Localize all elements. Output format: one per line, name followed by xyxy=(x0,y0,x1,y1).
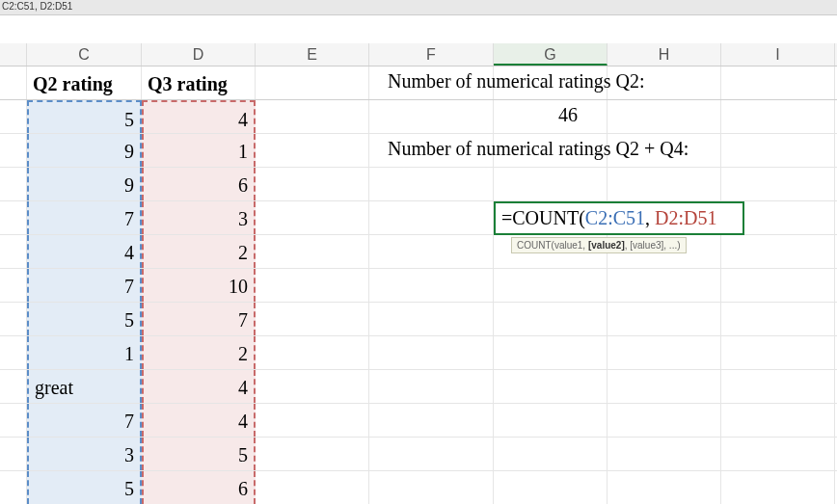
cell-d[interactable]: 6 xyxy=(142,471,256,504)
cell[interactable] xyxy=(369,269,494,302)
cell[interactable] xyxy=(256,269,369,302)
cell[interactable] xyxy=(608,168,721,200)
cell[interactable] xyxy=(494,168,608,200)
cell[interactable] xyxy=(494,471,608,504)
cell-d[interactable]: 5 xyxy=(142,438,256,470)
active-formula-cell[interactable]: =COUNT(C2:C51, D2:D51 xyxy=(494,201,744,235)
col-header-h[interactable]: H xyxy=(608,43,721,66)
cell[interactable] xyxy=(0,303,27,335)
cell[interactable] xyxy=(721,303,835,335)
cell[interactable] xyxy=(494,370,608,403)
col-header-c[interactable]: C xyxy=(27,43,142,66)
cell[interactable] xyxy=(256,168,369,200)
cell-c[interactable]: 5 xyxy=(27,100,142,133)
cell-d[interactable]: 2 xyxy=(142,336,256,369)
cell[interactable] xyxy=(256,100,369,133)
cell[interactable] xyxy=(721,269,835,302)
cell[interactable] xyxy=(721,235,835,268)
label-q2-count[interactable]: Number of numerical ratings Q2: xyxy=(388,70,645,93)
cell[interactable] xyxy=(0,66,27,99)
col-header-f[interactable]: F xyxy=(369,43,494,66)
cell-d1[interactable]: Q3 rating xyxy=(142,66,256,99)
cell[interactable] xyxy=(0,336,27,369)
cell[interactable] xyxy=(0,201,27,234)
cell[interactable] xyxy=(721,134,835,167)
cell[interactable] xyxy=(608,404,721,437)
col-header-blank[interactable] xyxy=(0,43,27,66)
cell[interactable] xyxy=(369,168,494,200)
col-header-g[interactable]: G xyxy=(494,43,608,66)
cell-d[interactable]: 3 xyxy=(142,201,256,234)
cell-c[interactable]: 9 xyxy=(27,168,142,200)
cell[interactable] xyxy=(256,235,369,268)
cell-c[interactable]: 7 xyxy=(27,404,142,437)
cell-c1[interactable]: Q2 rating xyxy=(27,66,142,99)
cell[interactable] xyxy=(608,100,721,133)
cell[interactable] xyxy=(0,134,27,167)
cell[interactable] xyxy=(0,404,27,437)
cell[interactable] xyxy=(369,235,494,268)
cell[interactable] xyxy=(608,438,721,470)
cell-d[interactable]: 6 xyxy=(142,168,256,200)
cell-d[interactable]: 4 xyxy=(142,100,256,133)
cell-c[interactable]: 5 xyxy=(27,471,142,504)
cell[interactable] xyxy=(0,168,27,200)
cell[interactable] xyxy=(369,336,494,369)
cell[interactable] xyxy=(369,404,494,437)
col-header-d[interactable]: D xyxy=(142,43,256,66)
cell[interactable] xyxy=(494,303,608,335)
cell[interactable] xyxy=(0,438,27,470)
cell[interactable] xyxy=(256,66,369,99)
cell[interactable] xyxy=(369,471,494,504)
cell-c[interactable]: 1 xyxy=(27,336,142,369)
cell[interactable] xyxy=(256,370,369,403)
cell[interactable] xyxy=(608,471,721,504)
cell[interactable] xyxy=(608,269,721,302)
cell-c[interactable]: 7 xyxy=(27,201,142,234)
cell[interactable] xyxy=(721,168,835,200)
cell[interactable] xyxy=(0,471,27,504)
cell[interactable] xyxy=(369,438,494,470)
cell[interactable] xyxy=(256,201,369,234)
cell-c[interactable]: 4 xyxy=(27,235,142,268)
cell[interactable] xyxy=(256,134,369,167)
cell[interactable] xyxy=(494,404,608,437)
cell[interactable] xyxy=(369,370,494,403)
cell[interactable] xyxy=(0,235,27,268)
cell[interactable] xyxy=(369,201,494,234)
cell[interactable] xyxy=(608,336,721,369)
cell-d[interactable]: 10 xyxy=(142,269,256,302)
cell-d[interactable]: 7 xyxy=(142,303,256,335)
cell[interactable] xyxy=(721,370,835,403)
cell[interactable] xyxy=(369,303,494,335)
cell[interactable] xyxy=(721,438,835,470)
cell[interactable] xyxy=(721,336,835,369)
cell-d[interactable]: 4 xyxy=(142,404,256,437)
cell-c[interactable]: 5 xyxy=(27,303,142,335)
cell[interactable] xyxy=(256,303,369,335)
cell-c[interactable]: 9 xyxy=(27,134,142,167)
cell[interactable] xyxy=(0,100,27,133)
cell[interactable] xyxy=(494,438,608,470)
formula-tooltip[interactable]: COUNT(value1, [value2], [value3], ...) xyxy=(511,237,687,253)
cell[interactable] xyxy=(494,336,608,369)
cell[interactable] xyxy=(721,66,835,99)
value-q2-count[interactable]: 46 xyxy=(544,104,592,126)
col-header-e[interactable]: E xyxy=(256,43,369,66)
name-box-value[interactable]: C2:C51, D2:D51 xyxy=(2,1,72,12)
cell[interactable] xyxy=(608,370,721,403)
cell[interactable] xyxy=(494,269,608,302)
cell[interactable] xyxy=(256,438,369,470)
cell[interactable] xyxy=(256,336,369,369)
cell[interactable] xyxy=(721,404,835,437)
cell-d[interactable]: 1 xyxy=(142,134,256,167)
cell[interactable] xyxy=(721,100,835,133)
cell[interactable] xyxy=(256,404,369,437)
cell[interactable] xyxy=(256,471,369,504)
cell[interactable] xyxy=(369,100,494,133)
label-q2q4-count[interactable]: Number of numerical ratings Q2 + Q4: xyxy=(388,138,688,160)
cell[interactable] xyxy=(0,370,27,403)
cell[interactable] xyxy=(721,471,835,504)
cell-c[interactable]: 7 xyxy=(27,269,142,302)
cell-c[interactable]: great xyxy=(27,370,142,403)
